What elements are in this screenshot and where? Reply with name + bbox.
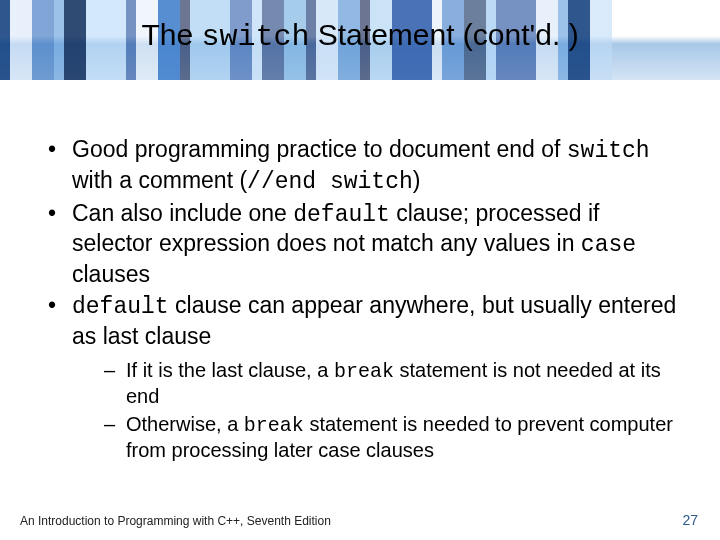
text-run: If it is the last clause, a	[126, 359, 334, 381]
text-run: Good programming practice to document en…	[72, 136, 567, 162]
slide-title: The switch Statement (cont'd. )	[0, 18, 720, 54]
code-run: default	[293, 202, 390, 228]
page-number: 27	[682, 512, 698, 528]
sub-list: If it is the last clause, a break statem…	[72, 358, 684, 463]
title-pre: The	[141, 18, 201, 51]
sub-list-item: If it is the last clause, a break statem…	[102, 358, 684, 409]
title-code: switch	[201, 20, 309, 54]
code-run: case	[581, 232, 636, 258]
text-run: )	[413, 167, 421, 193]
text-run: Can also include one	[72, 200, 293, 226]
text-run: with a comment (	[72, 167, 247, 193]
code-run: //end switch	[247, 169, 413, 195]
list-item: Good programming practice to document en…	[44, 135, 684, 197]
code-run: switch	[567, 138, 650, 164]
bullet-list: Good programming practice to document en…	[44, 135, 684, 463]
code-run: break	[244, 414, 304, 437]
text-run: Otherwise, a	[126, 413, 244, 435]
sub-list-item: Otherwise, a break statement is needed t…	[102, 412, 684, 463]
slide: The switch Statement (cont'd. ) Good pro…	[0, 0, 720, 540]
text-run: clauses	[72, 261, 150, 287]
list-item: Can also include one default clause; pro…	[44, 199, 684, 289]
footer-text: An Introduction to Programming with C++,…	[20, 514, 331, 528]
title-post: Statement (cont'd. )	[309, 18, 578, 51]
slide-body: Good programming practice to document en…	[44, 135, 684, 466]
list-item: default clause can appear anywhere, but …	[44, 291, 684, 464]
code-run: break	[334, 360, 394, 383]
code-run: default	[72, 294, 169, 320]
